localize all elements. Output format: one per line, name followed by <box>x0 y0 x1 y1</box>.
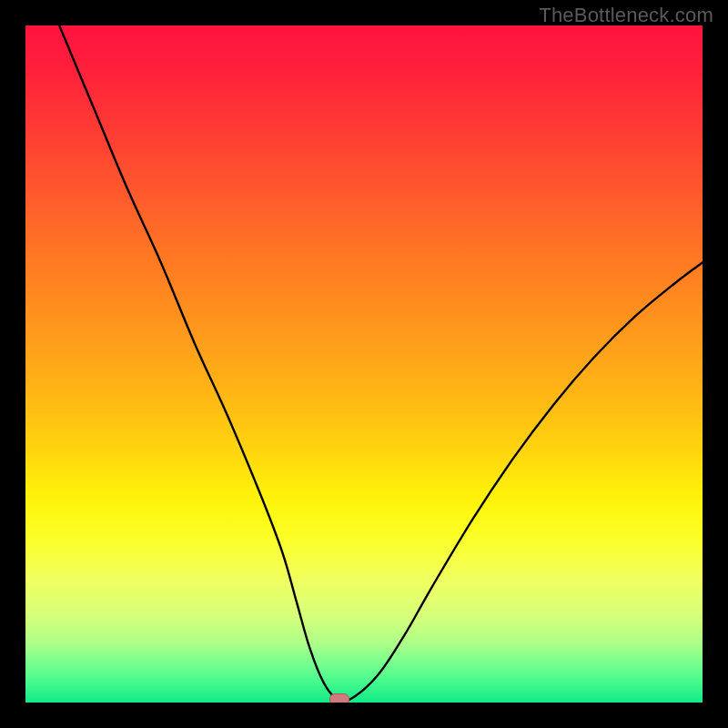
optimum-marker <box>329 693 349 703</box>
bottleneck-curve <box>25 25 703 703</box>
watermark-text: TheBottleneck.com <box>539 4 713 27</box>
chart-frame: TheBottleneck.com <box>0 0 728 728</box>
plot-area <box>25 25 703 703</box>
